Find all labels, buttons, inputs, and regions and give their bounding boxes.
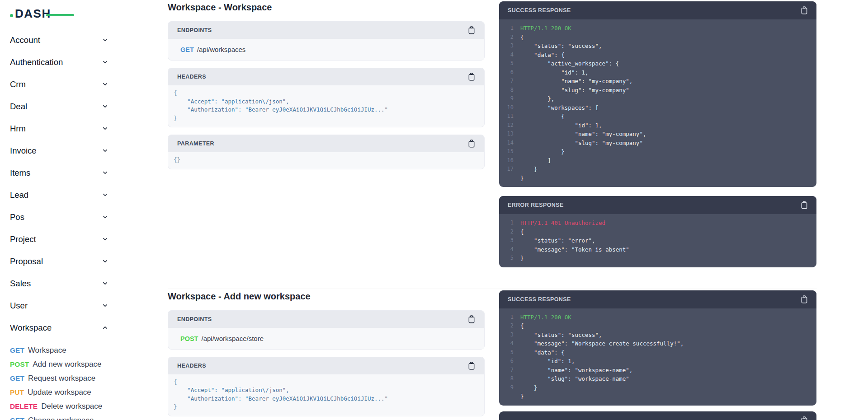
code-line: 5 "data": {: [503, 348, 810, 357]
sidebar-item-label: Pos: [10, 212, 24, 222]
line-number: 8: [503, 374, 514, 383]
code-text: "message": "Token is absent": [520, 245, 629, 254]
sidebar-item-user[interactable]: User: [10, 294, 108, 317]
response-code-block: 1HTTP/1.1 200 OK2{3 "status": "success",…: [499, 308, 816, 406]
panel-header: HEADERS: [168, 357, 484, 374]
copy-button[interactable]: [801, 416, 808, 420]
endpoint-link-label: Delete workspace: [41, 402, 102, 411]
panel-endpoints: ENDPOINTSGET/api/workspaces: [168, 21, 485, 61]
http-method-badge: GET: [10, 374, 24, 383]
code-line: 13 "name": "my-company",: [503, 130, 810, 139]
logo-dash-icon: [46, 14, 74, 16]
line-number: 13: [503, 130, 514, 139]
main-content: Workspace - WorkspaceENDPOINTSGET/api/wo…: [168, 0, 817, 420]
code-line: 2{: [503, 33, 810, 42]
http-method-badge: POST: [180, 335, 198, 342]
code-text: "slug": "my-company": [520, 139, 643, 148]
copy-button[interactable]: [468, 362, 475, 370]
code-block: { "Accept": "application\/json", "Author…: [168, 374, 484, 416]
sidebar-item-account[interactable]: Account: [10, 29, 108, 51]
sidebar-nav: AccountAuthenticationCrmDealHrmInvoiceIt…: [10, 29, 140, 420]
line-number: 4: [503, 51, 514, 60]
code-text: "message": "Workspace create successfull…: [520, 339, 684, 348]
panel-headers: HEADERS{ "Accept": "application\/json", …: [168, 68, 485, 127]
copy-button[interactable]: [801, 295, 808, 303]
line-number: 8: [503, 86, 514, 95]
response-panel-success-response: SUCCESS RESPONSE1HTTP/1.1 200 OK2{3 "sta…: [499, 290, 816, 406]
sidebar-item-lead[interactable]: Lead: [10, 184, 108, 206]
copy-button[interactable]: [468, 315, 475, 323]
sidebar-endpoint-update-workspace[interactable]: PUTUpdate workspace: [10, 385, 140, 399]
line-number: 5: [503, 59, 514, 68]
code-text: "status": "success",: [520, 331, 602, 340]
code-text: "id": 1,: [520, 68, 589, 77]
line-number: 3: [503, 42, 514, 51]
code-text: "active_workspace": {: [520, 59, 619, 68]
response-title: SUCCESS RESPONSE: [508, 296, 571, 303]
panel-title: HEADERS: [177, 363, 206, 369]
response-header: SUCCESS RESPONSE: [499, 1, 816, 19]
sidebar-endpoint-workspace[interactable]: GETWorkspace: [10, 343, 140, 357]
response-panel-error-response: ERROR RESPONSE1HTTP/1.1 401 Unauthorized…: [499, 196, 816, 267]
sidebar-item-sales[interactable]: Sales: [10, 272, 108, 294]
line-number: 6: [503, 357, 514, 366]
response-header: SUCCESS RESPONSE: [499, 290, 816, 308]
copy-button[interactable]: [468, 140, 475, 148]
response-column: SUCCESS RESPONSE1HTTP/1.1 200 OK2{3 "sta…: [499, 290, 816, 420]
sidebar-item-invoice[interactable]: Invoice: [10, 140, 108, 162]
panel-headers: HEADERS{ "Accept": "application\/json", …: [168, 357, 485, 416]
sidebar-endpoint-add-new-workspace[interactable]: POSTAdd new workspace: [10, 357, 140, 371]
code-text: "id": 1,: [520, 357, 575, 366]
page: { "logo": { "text": "DASH" }, "colors": …: [0, 0, 868, 420]
chevron-down-icon: [102, 258, 108, 265]
response-panel-partial: [499, 411, 816, 420]
endpoint-link-label: Change workspace: [28, 416, 94, 420]
copy-button[interactable]: [468, 26, 475, 34]
app-logo[interactable]: DASH: [10, 8, 87, 22]
code-line: 9 }: [503, 383, 810, 392]
copy-button[interactable]: [468, 73, 475, 81]
code-text: "slug": "my-company": [520, 86, 629, 95]
sidebar-item-items[interactable]: Items: [10, 162, 108, 184]
sidebar-item-deal[interactable]: Deal: [10, 95, 108, 117]
code-text: }: [520, 147, 565, 156]
sidebar-item-label: Deal: [10, 102, 27, 112]
endpoint-link-label: Request workspace: [28, 374, 95, 383]
sidebar-item-label: Sales: [10, 279, 31, 289]
sidebar-item-crm[interactable]: Crm: [10, 73, 108, 95]
sidebar-item-proposal[interactable]: Proposal: [10, 250, 108, 272]
panel-title: PARAMETER: [177, 140, 214, 147]
sidebar-item-authentication[interactable]: Authentication: [10, 51, 108, 73]
endpoint-line: GET/api/workspaces: [168, 39, 484, 60]
code-text: {: [520, 228, 524, 237]
chevron-down-icon: [102, 81, 108, 88]
sidebar-item-pos[interactable]: Pos: [10, 206, 108, 228]
line-number: 5: [503, 254, 514, 263]
section-title: Workspace - Workspace: [168, 1, 485, 14]
line-number: [503, 174, 514, 183]
code-line: 6 "id": 1,: [503, 68, 810, 77]
sidebar-endpoint-delete-workspace[interactable]: DELETEDelete workspace: [10, 399, 140, 413]
line-number: 1: [503, 313, 514, 322]
code-text: }: [520, 392, 524, 401]
copy-button[interactable]: [801, 201, 808, 209]
code-line: 1HTTP/1.1 200 OK: [503, 24, 810, 33]
sidebar: DASH AccountAuthenticationCrmDealHrmInvo…: [0, 0, 140, 420]
copy-button[interactable]: [801, 6, 808, 14]
panel-endpoints: ENDPOINTSPOST/api/workspace/store: [168, 310, 485, 350]
code-line: }: [174, 403, 477, 411]
sidebar-item-hrm[interactable]: Hrm: [10, 117, 108, 140]
sidebar-endpoint-change-workspace[interactable]: GETChange workspace: [10, 413, 140, 420]
response-title: ERROR RESPONSE: [508, 202, 564, 208]
sidebar-item-project[interactable]: Project: [10, 228, 108, 250]
sidebar-endpoint-request-workspace[interactable]: GETRequest workspace: [10, 371, 140, 385]
line-number: 2: [503, 33, 514, 42]
line-number: 7: [503, 366, 514, 375]
line-number: 7: [503, 77, 514, 86]
endpoint-line: POST/api/workspace/store: [168, 328, 484, 349]
line-number: 9: [503, 383, 514, 392]
doc-section-workspace-add-new-workspace: Workspace - Add new workspaceENDPOINTSPO…: [168, 289, 817, 420]
sidebar-item-workspace[interactable]: Workspace: [10, 317, 108, 339]
panel-title: ENDPOINTS: [177, 27, 212, 33]
section-title: Workspace - Add new workspace: [168, 290, 485, 303]
